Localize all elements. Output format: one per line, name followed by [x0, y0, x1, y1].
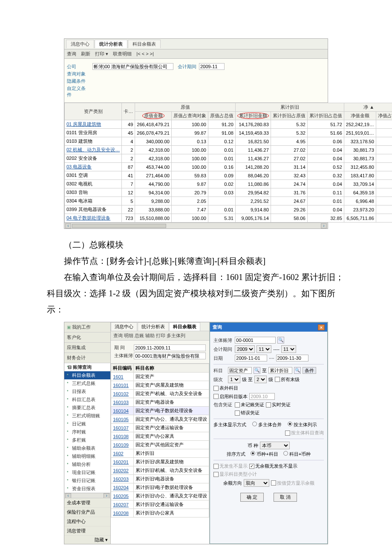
table-row[interactable]: 160203累计折旧\电器设备: [111, 475, 209, 483]
tree-node[interactable]: 科目余额表: [64, 371, 110, 379]
nav-my-work[interactable]: 我的工作: [64, 322, 110, 332]
cell-code[interactable]: 160207: [111, 500, 134, 509]
cell-category[interactable]: 0101 营业用房: [65, 129, 122, 137]
no-balance-hide-checkbox[interactable]: ✓: [249, 464, 254, 469]
realtime-checkbox[interactable]: [266, 402, 271, 408]
center-sub-toolbar[interactable]: 查询 明细 总账 辅助 打印 多主体列: [111, 331, 209, 341]
cell-code[interactable]: 160109: [111, 441, 134, 449]
subject-from-input[interactable]: [228, 367, 252, 374]
th-orig-pct-total[interactable]: 原值占总值: [208, 112, 235, 120]
search-icon[interactable]: 🔍: [254, 367, 260, 374]
tree-node[interactable]: 序时账: [64, 428, 110, 436]
no-activity-hide-checkbox[interactable]: [213, 464, 219, 469]
cell-code[interactable]: 160203: [111, 475, 134, 483]
by-entity-subject-checkbox[interactable]: [285, 431, 290, 436]
nav-financial-accounting[interactable]: 财务会计: [64, 353, 110, 363]
subject-to-input[interactable]: [268, 367, 292, 374]
cell-category[interactable]: 0202 安全设备: [65, 154, 122, 163]
hide-cond-label[interactable]: 隐藏条件: [67, 78, 92, 84]
company-input[interactable]: [92, 63, 173, 70]
cell-code[interactable]: 1601: [111, 373, 134, 381]
table-row[interactable]: 1602累计折旧: [111, 449, 209, 458]
scroll-right-icon[interactable]: ›: [104, 493, 110, 498]
multi-merge-radio[interactable]: [252, 422, 257, 426]
th-depr-pct-orig[interactable]: 累计折旧占原值: [271, 112, 307, 120]
cell-category[interactable]: 01 房屋及建筑物: [65, 120, 122, 129]
ctab-subject-balance[interactable]: 科目余额表: [169, 322, 200, 331]
version-input[interactable]: [249, 393, 275, 400]
cell-category[interactable]: 0301 空调: [65, 171, 122, 180]
drill-detail-button[interactable]: 联查明细: [113, 51, 132, 56]
table-row[interactable]: 160205累计折旧\办公、通讯及文字处理设: [111, 492, 209, 500]
ctab-msg[interactable]: 消息中心: [111, 322, 137, 331]
tree-node[interactable]: 三栏式明细账: [64, 412, 110, 420]
tab-msg-center[interactable]: 消息中心: [66, 40, 94, 48]
tab-stats[interactable]: 统计分析表: [95, 40, 127, 48]
scroll-right-icon[interactable]: ›: [321, 223, 327, 228]
cell-code[interactable]: 160201: [111, 458, 134, 466]
cell-code[interactable]: 160208: [111, 509, 134, 517]
tree-node[interactable]: 日记账: [64, 420, 110, 428]
table-row[interactable]: 160202累计折旧\机械、动力及安全设备: [111, 466, 209, 475]
scroll-left-icon[interactable]: ‹: [65, 493, 71, 498]
custom-cond-label[interactable]: 自定义条件: [67, 85, 92, 98]
all-leaf-checkbox[interactable]: [275, 377, 280, 382]
table-row[interactable]: 160109固定资产\其他固定资产: [111, 441, 209, 449]
nav-app-integration[interactable]: 应用集成: [64, 343, 110, 353]
condition-button[interactable]: 条件: [303, 367, 316, 374]
cell-category[interactable]: 02 机械、动力及安全设…: [65, 146, 122, 154]
cancel-button[interactable]: 取 消: [274, 493, 297, 502]
tree-node[interactable]: 辅助分析: [64, 460, 110, 468]
period-year-select[interactable]: 2009: [235, 345, 255, 353]
tree-node[interactable]: 银行日记账: [64, 477, 110, 485]
th-code[interactable]: 科目编码: [111, 364, 134, 373]
cell-code[interactable]: 160104: [111, 407, 134, 415]
tree-node[interactable]: 三栏式总账: [64, 379, 110, 387]
sort-subj-curr-radio[interactable]: [283, 451, 288, 456]
ledger-input[interactable]: [134, 353, 206, 359]
table-row[interactable]: 1601固定资产: [111, 373, 209, 381]
unposted-checkbox[interactable]: [235, 402, 240, 408]
nav-insurance-products[interactable]: 保险行业产品: [64, 508, 110, 517]
table-row[interactable]: 160208累计折旧\办公家具: [111, 509, 209, 517]
cell-category[interactable]: 0304 电冰箱: [65, 197, 122, 205]
nav-buttons[interactable]: |< < > >|: [136, 51, 154, 56]
cell-category[interactable]: 0103 建筑物: [65, 137, 122, 146]
period-input[interactable]: [199, 63, 225, 70]
period-input[interactable]: [134, 344, 206, 351]
tree-node[interactable]: 资金日报表: [64, 485, 110, 493]
nav-workflow[interactable]: 流程中心: [64, 517, 110, 526]
th-card[interactable]: 卡…: [122, 103, 135, 120]
table-row[interactable]: 160102固定资产\机械、动力及安全设备: [111, 390, 209, 398]
sort-curr-subj-radio[interactable]: [251, 451, 255, 456]
cell-category[interactable]: 03 电器设备: [65, 163, 122, 171]
search-icon[interactable]: 🔍: [277, 337, 284, 344]
cell-category[interactable]: 0399 其他电器设备: [65, 205, 122, 214]
level-to-select[interactable]: 2: [254, 376, 267, 383]
date-from-input[interactable]: [235, 355, 267, 361]
nav-message-mgmt[interactable]: 消息管理: [64, 526, 110, 536]
query-button[interactable]: 查询: [67, 51, 76, 56]
tree-root-ledger-query[interactable]: ⊟ 账簿查询: [64, 363, 110, 371]
level-from-select[interactable]: 1: [228, 376, 240, 383]
th-orig-amount[interactable]: 原值金额: [135, 112, 171, 120]
nav-client[interactable]: 客户化: [64, 332, 110, 343]
enable-version-checkbox[interactable]: [213, 394, 219, 399]
cell-code[interactable]: 160102: [111, 390, 134, 398]
table-row[interactable]: 160204累计折旧\电子数据处理设备: [111, 483, 209, 492]
tab-subject-balance[interactable]: 科目余额表: [128, 40, 161, 48]
currency-select[interactable]: 本币: [260, 442, 290, 449]
table-row[interactable]: 160207累计折旧\交通运输设备: [111, 500, 209, 509]
hide-nav-button[interactable]: 隐藏 ▾: [64, 536, 110, 544]
print-button[interactable]: 打印 ▾: [95, 51, 108, 56]
show-type-subtotal-checkbox[interactable]: [213, 472, 219, 477]
tree-node[interactable]: 多栏账: [64, 436, 110, 444]
table-row[interactable]: 160201累计折旧\房屋及建筑物: [111, 458, 209, 466]
error-voucher-checkbox[interactable]: [235, 410, 240, 416]
cell-code[interactable]: 160105: [111, 415, 134, 424]
ok-button[interactable]: 确 定: [240, 493, 264, 502]
table-row[interactable]: 160107固定资产\交通运输设备: [111, 424, 209, 432]
scroll-thumb[interactable]: [72, 224, 166, 228]
cell-code[interactable]: 160108: [111, 432, 134, 441]
cell-code[interactable]: 1602: [111, 449, 134, 458]
